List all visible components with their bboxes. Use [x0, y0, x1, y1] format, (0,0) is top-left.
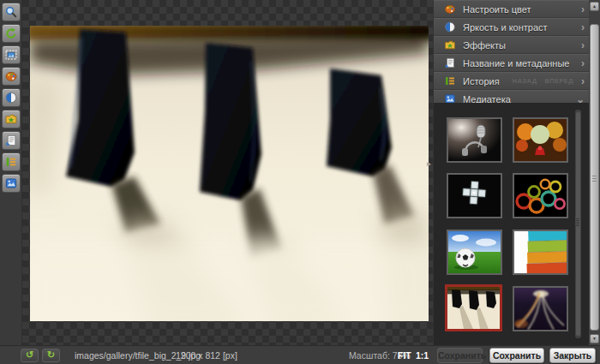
menu-item-title-metadata[interactable]: Название и метаданные › — [434, 54, 590, 72]
status-bar: ↺ ↻ images/gallery/tfile_big_2_9.jpg 120… — [0, 345, 600, 364]
settings-panel: Настроить цвет › Яркость и контраст › Эф… — [433, 0, 600, 345]
chevron-right-icon: › — [581, 5, 585, 14]
history-icon — [5, 156, 17, 168]
chevron-right-icon: › — [581, 41, 585, 50]
thumbnail-soccer-ball[interactable] — [447, 230, 502, 275]
thumbnail-towels[interactable] — [513, 230, 568, 275]
history-tool-button[interactable] — [2, 152, 21, 171]
panel-collapse-arrow-icon[interactable]: ► — [425, 158, 433, 170]
menu-item-effects[interactable]: Эффекты › — [434, 36, 590, 54]
rotate-icon — [5, 27, 17, 39]
crop-resize-tool-button[interactable] — [2, 45, 21, 64]
media-library-grid — [434, 103, 590, 345]
tool-sidebar — [0, 0, 22, 345]
scroll-up-icon: ▲ — [592, 3, 597, 9]
menu-label: Эффекты — [463, 40, 581, 51]
fit-zoom-button[interactable]: FIT — [398, 346, 411, 364]
scroll-down-button[interactable]: ▼ — [590, 334, 599, 343]
panel-scrollbar-track[interactable]: ▲ ▼ — [589, 0, 600, 345]
crop-icon — [5, 49, 17, 61]
image-dimensions-label: 1200 x 812 [px] — [176, 346, 237, 364]
save-as-button[interactable]: Сохранить ... — [489, 348, 544, 363]
effects-folder-icon — [444, 39, 456, 51]
panel-scrollbar-thumb[interactable] — [590, 24, 599, 331]
menu-label: История — [463, 76, 513, 87]
menu-label: Яркость и контраст — [463, 22, 581, 33]
media-scrollbar-grip — [575, 218, 579, 226]
media-library-tool-button[interactable] — [2, 174, 21, 193]
metadata-page-icon — [444, 57, 456, 69]
brightness-contrast-tool-button[interactable] — [2, 88, 21, 107]
save-button[interactable]: Сохранить — [437, 348, 483, 363]
media-scrollbar-track[interactable] — [575, 110, 581, 338]
magnifier-icon — [5, 6, 17, 18]
redo-icon: ↻ — [47, 349, 55, 360]
palette-icon — [444, 3, 456, 15]
effects-folder-icon — [5, 113, 17, 125]
editor-canvas[interactable] — [22, 0, 433, 345]
chevron-right-icon: › — [581, 77, 585, 86]
title-metadata-tool-button[interactable] — [2, 131, 21, 150]
panel-scrollbar-grip — [592, 176, 597, 183]
menu-item-history[interactable]: История НАЗАД ВПЕРЕД › — [434, 72, 590, 90]
palette-icon — [5, 70, 17, 82]
rotate-tool-button[interactable] — [2, 24, 21, 43]
chevron-right-icon: › — [581, 59, 585, 68]
thumbnail-light-trails[interactable] — [513, 286, 568, 331]
history-icon — [444, 75, 456, 87]
chevron-right-icon: › — [581, 23, 585, 32]
menu-item-brightness-contrast[interactable]: Яркость и контраст › — [434, 18, 590, 36]
redo-button[interactable]: ↻ — [42, 349, 60, 362]
history-back-button[interactable]: НАЗАД — [513, 77, 537, 85]
scroll-down-icon: ▼ — [592, 336, 597, 341]
chevron-down-icon: ⌄ — [576, 95, 585, 104]
settings-menu: Настроить цвет › Яркость и контраст › Эф… — [434, 0, 590, 108]
undo-button[interactable]: ↺ — [21, 349, 39, 362]
close-button[interactable]: Закрыть — [549, 348, 596, 363]
contrast-icon — [5, 92, 17, 104]
thumbnail-paper-rolls[interactable] — [513, 173, 568, 218]
history-forward-button[interactable]: ВПЕРЕД — [544, 77, 573, 85]
zoom-tool-button[interactable] — [2, 3, 21, 21]
scroll-up-button[interactable]: ▲ — [590, 2, 599, 11]
media-library-icon — [5, 177, 17, 189]
thumbnail-yarn-balls[interactable] — [513, 117, 568, 163]
menu-label: Настроить цвет — [463, 4, 581, 15]
contrast-icon — [444, 21, 456, 33]
thumbnail-cross-pendant[interactable] — [447, 173, 502, 218]
menu-item-adjust-color[interactable]: Настроить цвет › — [434, 0, 590, 18]
metadata-page-icon — [5, 134, 17, 146]
photo-editor-window: ► Настроить цвет › Яркость и контраст › — [0, 0, 600, 364]
actual-size-button[interactable]: 1:1 — [416, 346, 429, 364]
thumbnail-piano-keys[interactable] — [445, 284, 502, 331]
adjust-color-tool-button[interactable] — [2, 67, 21, 86]
undo-icon: ↺ — [26, 349, 33, 360]
effects-tool-button[interactable] — [2, 110, 21, 128]
menu-label: Название и метаданные — [463, 58, 581, 69]
thumbnail-microphone-headphones[interactable] — [447, 117, 502, 163]
edited-image-piano-keys — [30, 26, 429, 321]
